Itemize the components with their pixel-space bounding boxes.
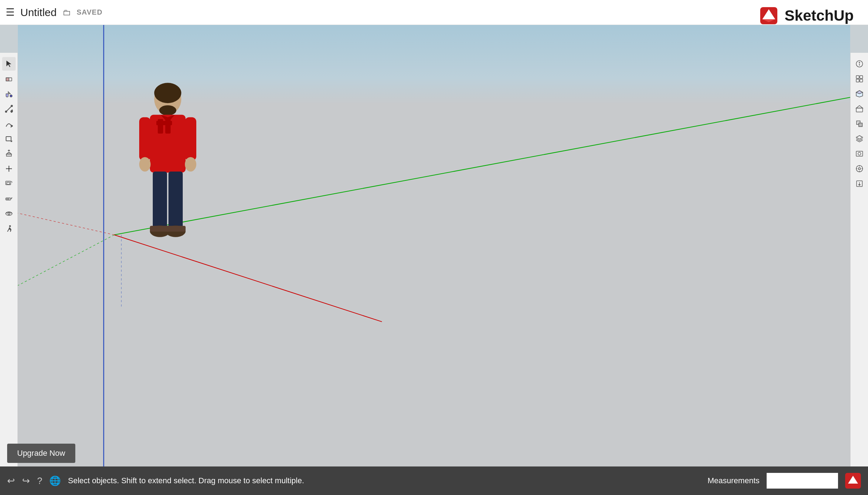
axis-lines-svg <box>18 25 850 466</box>
components-panel-button[interactable] <box>853 72 866 86</box>
svg-rect-3 <box>18 25 850 466</box>
sketchup-s-icon <box>845 473 861 489</box>
svg-marker-35 <box>11 110 13 113</box>
svg-marker-85 <box>858 184 861 186</box>
right-toolbar <box>850 53 868 466</box>
svg-rect-37 <box>6 137 11 141</box>
line-tool-button[interactable] <box>2 102 16 116</box>
svg-point-21 <box>139 157 151 172</box>
svg-marker-74 <box>856 136 863 139</box>
svg-marker-43 <box>8 165 10 167</box>
undo-button[interactable]: ↩ <box>7 475 15 486</box>
sketchup-logo-icon <box>757 4 780 27</box>
globe-button[interactable]: 🌐 <box>49 475 61 486</box>
svg-rect-39 <box>6 154 11 156</box>
materials-panel-button[interactable] <box>853 87 866 101</box>
scenes-panel-button[interactable] <box>853 147 866 160</box>
svg-rect-28 <box>166 226 186 231</box>
svg-rect-30 <box>6 78 9 81</box>
arc-tool-button[interactable] <box>2 117 16 131</box>
svg-rect-49 <box>7 168 11 169</box>
svg-point-77 <box>858 168 861 170</box>
svg-point-33 <box>5 111 7 112</box>
push-pull-tool-button[interactable] <box>2 147 16 160</box>
svg-marker-36 <box>11 125 13 127</box>
svg-point-59 <box>8 213 10 215</box>
titlebar: ☰ Untitled 🗀 SAVED <box>0 0 868 25</box>
svg-point-63 <box>859 62 860 63</box>
svg-marker-71 <box>856 106 863 108</box>
layers-panel-button[interactable] <box>853 132 866 146</box>
svg-rect-24 <box>168 172 183 229</box>
svg-rect-70 <box>856 108 863 112</box>
help-button[interactable]: ? <box>37 475 42 486</box>
file-icon: 🗀 <box>62 7 71 17</box>
sketchup-logo: SketchUp <box>757 4 854 27</box>
model-info-button[interactable] <box>853 57 866 71</box>
orbit-tool-button[interactable] <box>2 207 16 220</box>
measurements-input[interactable] <box>767 473 838 489</box>
warehouse-button[interactable] <box>853 102 866 116</box>
offset-tool-button[interactable] <box>2 177 16 190</box>
svg-rect-73 <box>859 123 862 127</box>
svg-rect-20 <box>185 117 196 161</box>
svg-line-52 <box>11 181 12 183</box>
extensions-panel-button[interactable] <box>853 162 866 175</box>
svg-marker-42 <box>8 150 10 150</box>
import-button[interactable] <box>853 177 866 190</box>
svg-line-57 <box>11 198 12 199</box>
svg-point-60 <box>9 225 11 227</box>
left-toolbar <box>0 53 18 466</box>
blue-vertical-line <box>104 25 104 466</box>
svg-rect-67 <box>860 79 863 82</box>
svg-point-34 <box>11 105 12 107</box>
hamburger-menu-button[interactable]: ☰ <box>6 6 15 18</box>
svg-point-11 <box>154 83 181 103</box>
sketchup-logo-text: SketchUp <box>784 7 854 24</box>
svg-rect-66 <box>856 79 859 82</box>
svg-rect-19 <box>139 117 151 161</box>
svg-marker-45 <box>6 168 7 169</box>
tape-measure-tool-button[interactable] <box>2 192 16 205</box>
solid-tools-button[interactable] <box>853 117 866 131</box>
document-title: Untitled <box>20 6 57 19</box>
walk-tool-button[interactable] <box>2 222 16 235</box>
statusbar: ↩ ↪ ? 🌐 Select objects. Shift to extend … <box>0 466 868 495</box>
upgrade-now-button[interactable]: Upgrade Now <box>7 444 75 463</box>
measurements-label: Measurements <box>707 476 760 485</box>
svg-point-22 <box>185 157 196 172</box>
rectangle-tool-button[interactable] <box>2 132 16 146</box>
svg-rect-65 <box>860 76 863 78</box>
eraser-tool-button[interactable] <box>2 72 16 86</box>
svg-rect-23 <box>153 172 167 229</box>
paint-bucket-tool-button[interactable] <box>2 87 16 101</box>
select-tool-button[interactable] <box>2 57 16 71</box>
svg-marker-44 <box>8 171 10 172</box>
svg-point-12 <box>159 105 176 115</box>
redo-button[interactable]: ↪ <box>22 475 30 486</box>
saved-status-badge: SAVED <box>77 8 102 16</box>
status-text: Select objects. Shift to extend select. … <box>68 476 700 485</box>
svg-marker-46 <box>11 168 12 169</box>
svg-point-31 <box>10 95 12 97</box>
svg-rect-64 <box>856 76 859 78</box>
move-tool-button[interactable] <box>2 162 16 175</box>
svg-rect-51 <box>7 182 10 184</box>
svg-point-76 <box>858 152 861 155</box>
svg-marker-40 <box>6 152 11 154</box>
viewport[interactable] <box>18 25 850 466</box>
svg-rect-53 <box>6 198 11 200</box>
svg-rect-75 <box>856 151 863 156</box>
